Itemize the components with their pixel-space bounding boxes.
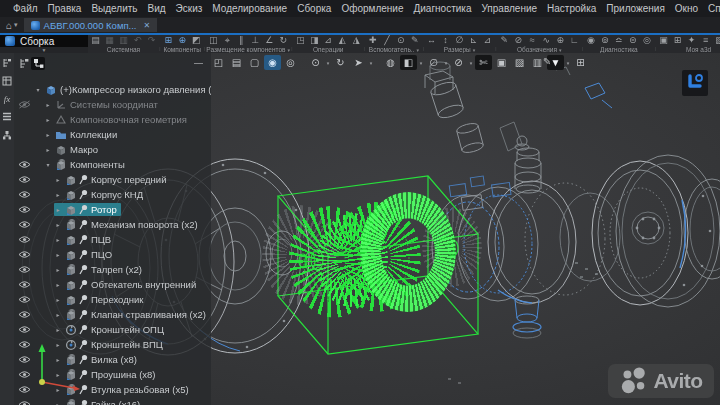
- eye-visible-icon[interactable]: [14, 310, 34, 319]
- cut-icon[interactable]: ◨: [308, 35, 321, 46]
- hole-icon[interactable]: ◭: [336, 35, 349, 46]
- layers-icon[interactable]: ▨: [511, 55, 528, 70]
- tree-item-корпус-передний[interactable]: ▸Корпус передний: [14, 172, 211, 187]
- open-document-icon[interactable]: ▤: [89, 35, 102, 46]
- expand-arrow-icon[interactable]: ▾: [34, 86, 42, 93]
- pen-tool-icon[interactable]: ✎: [543, 56, 551, 67]
- eye-visible-icon[interactable]: [14, 250, 34, 259]
- custom-3-icon[interactable]: ✦: [685, 35, 698, 46]
- collision-icon[interactable]: ◎: [640, 35, 653, 46]
- menu-эскиз[interactable]: Эскиз: [171, 3, 208, 14]
- expand-arrow-icon[interactable]: ▸: [54, 296, 62, 303]
- eye-visible-icon[interactable]: [14, 160, 34, 169]
- tree-item-талреп-x2-[interactable]: ▸Талреп (x2): [14, 262, 211, 277]
- eye-hidden-icon[interactable]: [14, 100, 34, 109]
- save-icon[interactable]: ▦: [103, 35, 116, 46]
- menu-моделирование[interactable]: Моделирование: [207, 3, 292, 14]
- eye-visible-icon[interactable]: [14, 220, 34, 229]
- expand-arrow-icon[interactable]: ▸: [54, 176, 62, 183]
- dim-vertical-icon[interactable]: ↕: [439, 35, 452, 46]
- add-from-file-icon[interactable]: ⊕: [176, 35, 189, 46]
- hide-objects-icon[interactable]: ∅: [425, 55, 442, 70]
- expand-arrow-icon[interactable]: ▾: [44, 161, 52, 168]
- expand-arrow-icon[interactable]: ▸: [54, 236, 62, 243]
- custom-2-icon[interactable]: ⊞: [671, 35, 684, 46]
- aux-point-icon[interactable]: ✚: [366, 35, 379, 46]
- expand-arrow-icon[interactable]: ▸: [54, 341, 62, 348]
- menu-диагностика[interactable]: Диагностика: [408, 3, 476, 14]
- zoom-dropdown-icon[interactable]: ▾: [325, 60, 331, 66]
- expand-arrow-icon[interactable]: ▸: [44, 131, 52, 138]
- frame-select-icon[interactable]: ▢: [246, 55, 263, 70]
- eye-visible-icon[interactable]: [14, 235, 34, 244]
- mate-rotate-icon[interactable]: ↻: [277, 35, 290, 46]
- add-component-icon[interactable]: ⊞: [162, 35, 175, 46]
- tree-item-кронштейн-опц[interactable]: ▸Кронштейн ОПЦ: [14, 322, 211, 337]
- group-expand-icon[interactable]: ▾: [288, 47, 291, 53]
- section-icon[interactable]: ✄: [475, 55, 492, 70]
- filter-funnel-dropdown-icon[interactable]: ▾: [565, 60, 571, 66]
- menu-правка[interactable]: Правка: [43, 3, 87, 14]
- local-cs-icon[interactable]: ◎: [282, 55, 299, 70]
- expand-arrow-icon[interactable]: ▸: [44, 146, 52, 153]
- pointer-mode-icon[interactable]: ➤: [350, 55, 367, 70]
- group-expand-icon[interactable]: ▾: [473, 47, 476, 53]
- parameters-table-icon[interactable]: [2, 75, 13, 86]
- custom-1-icon[interactable]: ▣: [657, 35, 670, 46]
- tree-item-пцо[interactable]: ▸ПЦО: [14, 247, 211, 262]
- aux-sketch-icon[interactable]: ✎: [408, 35, 421, 46]
- tree-item-обтекатель-внутренний[interactable]: ▸Обтекатель внутренний: [14, 277, 211, 292]
- local-cs-active-icon[interactable]: ◉: [264, 55, 281, 70]
- base-icon[interactable]: ⊘: [512, 35, 525, 46]
- tree-composition-view-icon[interactable]: [31, 57, 45, 70]
- aux-plane-icon[interactable]: ⊙: [394, 35, 407, 46]
- dim-diameter-icon[interactable]: ∅: [453, 35, 466, 46]
- corner-axes-icon[interactable]: ◰: [210, 55, 227, 70]
- display-mode-cube-dropdown-icon[interactable]: ▾: [418, 60, 424, 66]
- place-icon[interactable]: ⌖: [221, 35, 234, 46]
- tree-item-механизм-поворота-x2-[interactable]: ▸Механизм поворота (x2): [14, 217, 211, 232]
- menu-управление[interactable]: Управление: [476, 3, 542, 14]
- windows-icon[interactable]: ▣: [493, 55, 510, 70]
- custom-4-icon[interactable]: ≡: [699, 35, 712, 46]
- expand-arrow-icon[interactable]: ▸: [54, 281, 62, 288]
- tab-active-document[interactable]: АБВГ.000.000 Комп... ✕: [24, 18, 158, 32]
- dim-radial-icon[interactable]: ⊿: [481, 35, 494, 46]
- tree-structure-view-icon[interactable]: [17, 57, 31, 70]
- expand-arrow-icon[interactable]: ▸: [54, 386, 62, 393]
- home-icon[interactable]: ⌂: [6, 20, 12, 31]
- expand-arrow-icon[interactable]: ▸: [54, 221, 62, 228]
- expand-arrow-icon[interactable]: ▸: [54, 191, 62, 198]
- hierarchy-icon[interactable]: [2, 129, 13, 140]
- expand-arrow-icon[interactable]: ▸: [54, 401, 62, 405]
- tree-item-гайка-x16-[interactable]: ▸Гайка (x16): [14, 397, 211, 405]
- roughness-icon[interactable]: ≈: [526, 35, 539, 46]
- mate-parallel-icon[interactable]: ∥: [235, 35, 248, 46]
- component-percent-icon[interactable]: ◩: [190, 35, 203, 46]
- expand-arrow-icon[interactable]: ▸: [54, 311, 62, 318]
- menu-окно[interactable]: Окно: [670, 3, 703, 14]
- save-as-icon[interactable]: ▥: [117, 35, 130, 46]
- clip-plane-dropdown-icon[interactable]: ▾: [468, 60, 474, 66]
- home-dropdown-icon[interactable]: ▾: [14, 21, 18, 29]
- group-expand-icon[interactable]: ▾: [559, 47, 562, 53]
- expand-arrow-icon[interactable]: ▸: [44, 116, 52, 123]
- tree-item-коллекции[interactable]: ▸Коллекции: [14, 127, 211, 142]
- tree-item-кронштейн-впц[interactable]: ▸Кронштейн ВПЦ: [14, 337, 211, 352]
- tree-item-компоненты[interactable]: ▾Компоненты: [14, 157, 211, 172]
- eye-visible-icon[interactable]: [14, 325, 34, 334]
- hide-objects-dropdown-icon[interactable]: ▾: [443, 60, 449, 66]
- expand-arrow-icon[interactable]: ▸: [54, 371, 62, 378]
- move-component-icon[interactable]: ◫: [207, 35, 220, 46]
- zoom-icon[interactable]: ⊙: [307, 55, 324, 70]
- expand-arrow-icon[interactable]: ▸: [54, 251, 62, 258]
- pattern-icon[interactable]: ◮: [350, 35, 363, 46]
- eye-visible-icon[interactable]: [14, 370, 34, 379]
- boolean-icon[interactable]: ◳: [294, 35, 307, 46]
- redo-icon[interactable]: ↷: [145, 35, 158, 46]
- undo-icon[interactable]: ↶: [131, 35, 144, 46]
- tree-item-макро[interactable]: ▸Макро: [14, 142, 211, 157]
- variables-fx-icon[interactable]: fx: [2, 93, 13, 104]
- kompas-corner-logo[interactable]: [682, 70, 708, 96]
- entity-list-icon[interactable]: ▤: [228, 55, 245, 70]
